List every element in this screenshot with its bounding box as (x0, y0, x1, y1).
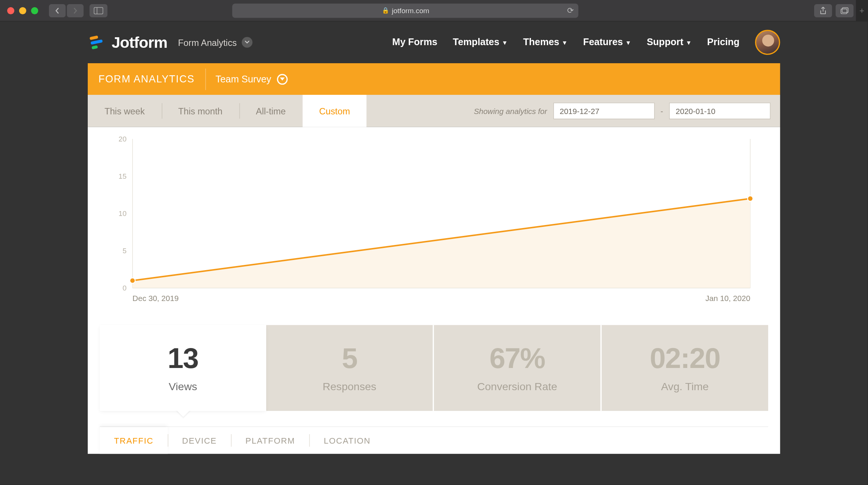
stat-label: Avg. Time (608, 380, 763, 393)
svg-text:Jan 10, 2020: Jan 10, 2020 (705, 294, 750, 303)
page-header-bar: FORM ANALYTICS Team Survey (88, 63, 780, 95)
tab-label: This week (104, 106, 145, 116)
share-button[interactable] (814, 4, 832, 17)
stat-conversion[interactable]: 67% Conversion Rate (433, 325, 600, 411)
tabs-button[interactable] (836, 4, 854, 17)
window-zoom-icon[interactable] (31, 7, 38, 14)
nav-label: Templates (453, 37, 500, 48)
date-range-picker: Showing analytics for - (474, 95, 770, 127)
range-tab-all[interactable]: All-time (239, 95, 302, 127)
bottom-tabs: TRAFFIC DEVICE PLATFORM LOCATION (100, 426, 768, 454)
analytics-body: 05101520Dec 30, 2019Jan 10, 2020 13 View… (88, 127, 780, 454)
svg-rect-4 (90, 35, 98, 40)
nav-label: Pricing (707, 37, 740, 48)
range-tabs: This week This month All-time Custom (88, 95, 367, 127)
svg-rect-0 (94, 7, 103, 14)
pointer-icon (176, 410, 190, 417)
svg-text:10: 10 (119, 210, 127, 217)
svg-text:0: 0 (122, 284, 127, 292)
nav-themes[interactable]: Themes▼ (523, 37, 567, 48)
tab-location[interactable]: LOCATION (310, 427, 385, 454)
views-line-chart: 05101520Dec 30, 2019Jan 10, 2020 (100, 133, 768, 312)
nav-label: Features (583, 37, 623, 48)
browser-right-controls (814, 4, 854, 17)
range-tab-month[interactable]: This month (162, 95, 239, 127)
tab-label: DEVICE (182, 436, 217, 445)
svg-rect-2 (841, 9, 847, 14)
dash: - (661, 106, 663, 116)
svg-rect-5 (90, 40, 103, 45)
page: Jotform Form Analytics My Forms Template… (0, 21, 868, 485)
caret-down-icon: ▼ (686, 39, 692, 46)
back-button[interactable] (49, 4, 66, 17)
chevron-down-circle-icon (277, 74, 288, 85)
window-close-icon[interactable] (7, 7, 14, 14)
jotform-logo-icon (88, 33, 106, 52)
address-bar[interactable]: 🔒 jotform.com ⟳ (232, 3, 578, 18)
tab-label: All-time (256, 106, 286, 116)
lock-icon: 🔒 (382, 7, 389, 14)
form-selector[interactable]: Team Survey (206, 74, 297, 85)
nav-features[interactable]: Features▼ (583, 37, 631, 48)
date-to-input[interactable] (669, 103, 770, 119)
top-nav: Jotform Form Analytics My Forms Template… (88, 21, 780, 63)
nav-pricing[interactable]: Pricing (707, 37, 740, 48)
date-from-input[interactable] (553, 103, 654, 119)
tab-device[interactable]: DEVICE (168, 427, 231, 454)
svg-text:15: 15 (119, 172, 127, 180)
range-tab-week[interactable]: This week (88, 95, 162, 127)
nav-buttons (49, 4, 84, 17)
window-minimize-icon[interactable] (19, 7, 26, 14)
nav-label: Support (647, 37, 683, 48)
nav-links: My Forms Templates▼ Themes▼ Features▼ Su… (392, 30, 780, 55)
brand-name: Jotform (111, 33, 167, 52)
svg-rect-6 (92, 45, 98, 49)
window-controls (7, 7, 38, 14)
tab-traffic[interactable]: TRAFFIC (100, 427, 168, 454)
stats-row: 13 Views 5 Responses 67% Conversion Rate… (100, 325, 768, 411)
tab-label: Custom (319, 106, 350, 116)
section-label: Form Analytics (178, 37, 237, 47)
forward-button[interactable] (67, 4, 84, 17)
stat-label: Conversion Rate (440, 380, 595, 393)
nav-my-forms[interactable]: My Forms (392, 37, 438, 48)
svg-point-14 (130, 278, 135, 283)
stat-value: 67% (440, 342, 595, 374)
tab-label: PLATFORM (246, 436, 295, 445)
caret-down-icon: ▼ (502, 39, 508, 46)
stat-value: 13 (106, 342, 261, 374)
nav-support[interactable]: Support▼ (647, 37, 691, 48)
stat-label: Responses (272, 380, 427, 393)
page-title: FORM ANALYTICS (88, 73, 205, 85)
svg-text:Dec 30, 2019: Dec 30, 2019 (133, 294, 179, 303)
nav-templates[interactable]: Templates▼ (453, 37, 508, 48)
svg-text:5: 5 (122, 247, 127, 255)
brand[interactable]: Jotform (88, 33, 167, 52)
nav-label: Themes (523, 37, 559, 48)
stat-value: 02:20 (608, 342, 763, 374)
sidebar-toggle-button[interactable] (90, 4, 108, 17)
section-dropdown[interactable]: Form Analytics (178, 37, 252, 48)
date-range-row: This week This month All-time Custom Sho… (88, 95, 780, 127)
form-name: Team Survey (215, 74, 271, 85)
stat-value: 5 (272, 342, 427, 374)
url-text: jotform.com (392, 6, 429, 15)
svg-text:20: 20 (119, 135, 127, 143)
stat-responses[interactable]: 5 Responses (266, 325, 433, 411)
tab-label: TRAFFIC (114, 436, 154, 445)
svg-point-15 (747, 196, 753, 201)
range-label: Showing analytics for (474, 106, 547, 116)
avatar[interactable] (755, 30, 780, 55)
tab-platform[interactable]: PLATFORM (231, 427, 310, 454)
tab-label: LOCATION (324, 436, 371, 445)
stat-avg-time[interactable]: 02:20 Avg. Time (601, 325, 768, 411)
stat-label: Views (106, 380, 261, 393)
chevron-down-icon (241, 37, 252, 48)
browser-toolbar: 🔒 jotform.com ⟳ + (0, 0, 868, 21)
range-tab-custom[interactable]: Custom (302, 95, 367, 127)
reload-icon[interactable]: ⟳ (567, 6, 574, 15)
tab-label: This month (178, 106, 223, 116)
stat-views[interactable]: 13 Views (100, 325, 266, 411)
caret-down-icon: ▼ (562, 39, 568, 46)
new-tab-button[interactable]: + (856, 0, 868, 21)
